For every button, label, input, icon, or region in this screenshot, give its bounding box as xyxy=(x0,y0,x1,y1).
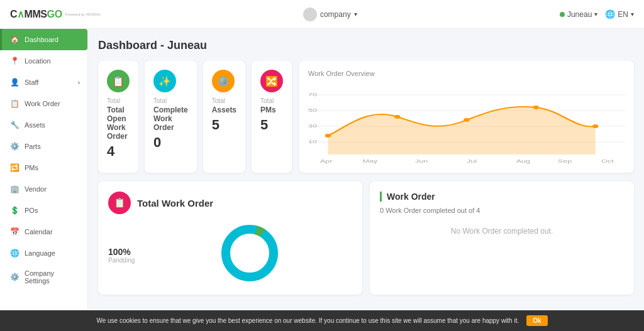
sidebar-item-calendar[interactable]: 📅 Calendar xyxy=(0,221,87,242)
stat-icon-pms: 🔀 xyxy=(260,70,283,92)
svg-point-11 xyxy=(533,106,539,109)
stat-value-total-open-wo: 4 xyxy=(107,143,130,160)
sidebar-item-label: Language xyxy=(25,249,55,257)
globe-icon: 🌐 xyxy=(605,9,615,19)
svg-text:70: 70 xyxy=(308,91,317,97)
stat-value-complete-wo: 0 xyxy=(153,134,188,151)
sidebar-item-label: PMs xyxy=(25,164,38,171)
header-center: company ▾ xyxy=(303,8,357,21)
stat-icon-complete-wo: ✨ xyxy=(153,70,176,92)
stat-value-assets: 5 xyxy=(212,117,236,133)
sidebar-item-parts[interactable]: ⚙️ Parts xyxy=(0,136,87,157)
company-avatar xyxy=(303,8,317,21)
header-right: Juneau ▾ 🌐 EN ▾ xyxy=(560,9,634,19)
workorder-icon: 📋 xyxy=(9,99,19,109)
stat-card-pms: 🔀 Total PMs 5 xyxy=(252,61,292,173)
stat-title-complete-wo: Complete Work Order xyxy=(153,106,188,132)
stat-title-assets: Assets xyxy=(212,106,236,114)
page-title: Dashboard - Juneau xyxy=(98,39,634,52)
stat-label-total-open-wo: Total xyxy=(107,97,130,104)
company-selector[interactable]: company ▾ xyxy=(303,8,357,21)
svg-text:Jun: Jun xyxy=(415,158,428,163)
stat-icon-total-open-wo: 📋 xyxy=(107,70,130,92)
sidebar-item-label: Assets xyxy=(25,121,45,129)
stat-title-pms: PMs xyxy=(260,106,283,114)
sidebar-item-label: Parts xyxy=(25,143,41,150)
sidebar-item-label: Staff xyxy=(25,79,38,86)
pos-icon: 💲 xyxy=(9,205,19,215)
svg-point-9 xyxy=(394,115,400,119)
sidebar-nav: 🏠 Dashboard 📍 Location 👤 Staff › 📋 Work … xyxy=(0,29,87,310)
dashboard-icon: 🏠 xyxy=(9,35,19,45)
svg-text:30: 30 xyxy=(308,122,317,128)
sidebar-item-location[interactable]: 📍 Location xyxy=(0,50,87,72)
vendor-icon: 🏢 xyxy=(9,184,19,194)
main-content: Dashboard - Juneau 📋 Total Total Open Wo… xyxy=(88,29,644,310)
donut-chart-svg xyxy=(218,222,281,285)
stat-title-total-open-wo: Total Open Work Order xyxy=(107,106,130,141)
user-online-icon xyxy=(560,12,565,17)
svg-text:50: 50 xyxy=(308,107,317,112)
chart-card: Work Order Overview 70 50 30 10 xyxy=(299,61,634,173)
sidebar-item-label: Dashboard xyxy=(25,36,58,43)
user-menu[interactable]: Juneau ▾ xyxy=(560,10,597,19)
sidebar-item-language[interactable]: 🌐 Language xyxy=(0,242,87,264)
stat-card-complete-wo: ✨ Total Complete Work Order 0 xyxy=(145,61,197,173)
sidebar-item-pos[interactable]: 💲 POs xyxy=(0,200,87,221)
chart-title: Work Order Overview xyxy=(308,70,625,77)
sidebar-item-companysettings[interactable]: ⚙️ Company Settings xyxy=(0,264,87,290)
stat-label-assets: Total xyxy=(212,97,236,104)
pms-icon: 🔁 xyxy=(9,163,19,173)
line-chart-svg: 70 50 30 10 xyxy=(308,82,625,164)
sidebar-item-assets[interactable]: 🔧 Assets xyxy=(0,114,87,136)
sidebar-item-label: Work Order xyxy=(25,100,60,107)
donut-percent: 100% xyxy=(108,247,135,257)
sidebar-item-pms[interactable]: 🔁 PMs xyxy=(0,157,87,178)
sidebar-item-dashboard[interactable]: 🏠 Dashboard xyxy=(0,29,87,50)
sidebar-item-vendor[interactable]: 🏢 Vendor xyxy=(0,178,87,200)
svg-point-12 xyxy=(592,124,598,128)
sidebar-item-label: Company Settings xyxy=(25,269,80,285)
total-wo-title: Total Work Order xyxy=(137,198,213,209)
cookie-ok-button[interactable]: Ok xyxy=(526,315,547,326)
logo: C∧MMS GO Powered by WORKH xyxy=(10,8,101,20)
total-wo-card: 📋 Total Work Order 100% Pandding xyxy=(98,182,362,295)
cookie-text: We use cookies to ensure that we give yo… xyxy=(96,317,519,324)
svg-text:Jul: Jul xyxy=(467,158,477,163)
sidebar-item-label: POs xyxy=(25,207,38,214)
total-wo-icon: 📋 xyxy=(108,192,131,214)
lang-label: EN xyxy=(618,10,628,19)
svg-text:10: 10 xyxy=(308,138,317,144)
assets-icon: 🔧 xyxy=(9,120,19,130)
company-label: company xyxy=(320,10,351,19)
stat-value-pms: 5 xyxy=(260,117,283,133)
language-icon: 🌐 xyxy=(9,248,19,258)
sidebar-item-staff[interactable]: 👤 Staff › xyxy=(0,72,87,93)
wo-summary-card: Work Order 0 Work Order completed out of… xyxy=(370,182,634,295)
bottom-row: 📋 Total Work Order 100% Pandding xyxy=(98,182,634,295)
chart-area: 70 50 30 10 xyxy=(308,82,625,164)
total-wo-header: 📋 Total Work Order xyxy=(108,192,352,214)
staff-icon: 👤 xyxy=(9,77,19,87)
sidebar: 🏠 Dashboard 📍 Location 👤 Staff › 📋 Work … xyxy=(0,29,88,310)
svg-text:Oct: Oct xyxy=(601,158,614,163)
svg-text:May: May xyxy=(363,158,379,163)
cookie-bar: We use cookies to ensure that we give yo… xyxy=(0,310,644,331)
sidebar-item-label: Location xyxy=(25,57,51,65)
arrow-icon: › xyxy=(78,79,80,86)
calendar-icon: 📅 xyxy=(9,227,19,237)
user-dropdown-icon: ▾ xyxy=(594,11,597,18)
company-dropdown-icon: ▾ xyxy=(354,11,357,18)
user-name: Juneau xyxy=(567,10,592,19)
stat-icon-assets: ⚙️ xyxy=(212,70,235,92)
svg-point-8 xyxy=(325,134,331,138)
sidebar-item-workorder[interactable]: 📋 Work Order xyxy=(0,93,87,114)
location-icon: 📍 xyxy=(9,56,19,66)
svg-point-20 xyxy=(226,229,274,277)
stat-label-complete-wo: Total xyxy=(153,97,188,104)
sidebar-item-label: Calendar xyxy=(25,228,53,236)
stat-card-assets: ⚙️ Total Assets 5 xyxy=(203,61,245,173)
lang-selector[interactable]: 🌐 EN ▾ xyxy=(605,9,634,19)
stat-label-pms: Total xyxy=(260,97,283,104)
companysettings-icon: ⚙️ xyxy=(9,272,19,282)
